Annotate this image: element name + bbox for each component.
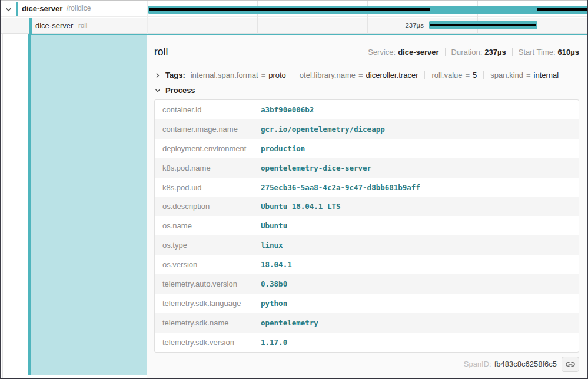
service-name-label: dice-server [22, 1, 62, 16]
process-value: 275ecb36-5aa8-4c2a-9c47-d8bb681b9aff [261, 183, 420, 192]
service-overview-label: Service: [368, 48, 396, 56]
process-row: os.version18.04.1 [155, 255, 579, 274]
tag-key: internal.span.format [191, 71, 258, 79]
tag-equals: = [261, 71, 266, 79]
span-detail-title: roll [154, 45, 168, 59]
critical-path-segment [149, 8, 430, 11]
process-key: deployment.environment [155, 144, 261, 153]
process-row: telemetry.sdk.languagepython [155, 294, 579, 313]
tag-equals: = [358, 71, 363, 79]
process-value: 0.38b0 [261, 280, 287, 288]
deep-link-button[interactable] [562, 357, 579, 372]
selected-span-highlight [31, 34, 147, 375]
span-detail-footer: SpanID: fb483c8c6258f6c5 [154, 357, 579, 372]
duration-overview-label: Duration: [451, 48, 483, 56]
span-row-roll-selected[interactable]: dice-server roll 237µs [1, 18, 587, 34]
process-row: telemetry.sdk.nameopentelemetry [155, 313, 579, 333]
tag-value: internal [534, 71, 559, 79]
process-key-value-table: container.ida3bf90e006b2container.image.… [154, 99, 579, 353]
process-key: telemetry.auto.version [155, 280, 261, 288]
process-value: Ubuntu 18.04.1 LTS [261, 202, 340, 211]
service-color-indicator [16, 2, 18, 16]
collapse-chevron-down-icon[interactable] [5, 5, 13, 14]
link-icon [566, 360, 575, 369]
span-detail-header: roll Service: dice-server Duration: 237µ… [147, 35, 587, 64]
service-overview-value: dice-server [398, 48, 438, 56]
critical-path-segment [537, 8, 587, 11]
tag-separator [293, 71, 293, 79]
process-row: telemetry.auto.version0.38b0 [155, 274, 579, 294]
process-key: os.description [155, 202, 261, 211]
tag-key: otel.library.name [300, 71, 356, 79]
process-key: k8s.pod.name [155, 164, 261, 172]
jaeger-trace-detail-window: dice-server /rolldice dice-server roll 2… [0, 0, 588, 379]
tag-value: diceroller.tracer [366, 71, 418, 79]
process-value: Ubuntu [261, 221, 287, 230]
process-value: production [261, 144, 305, 153]
tag-item: span.kind=internal [490, 71, 559, 79]
tag-list: internal.span.format=protootel.library.n… [191, 71, 559, 79]
process-key: container.id [155, 105, 261, 114]
process-row: k8s.pod.nameopentelemetry-dice-server [155, 158, 579, 178]
operation-name-label: /rolldice [67, 1, 91, 16]
process-key: container.image.name [155, 125, 261, 134]
operation-name-label: roll [78, 18, 87, 33]
process-value: 1.17.0 [261, 338, 287, 347]
process-key: os.type [155, 241, 261, 250]
process-value: linux [261, 241, 283, 250]
window-border-left [0, 0, 1, 379]
span-bar-roll[interactable] [429, 21, 537, 29]
tag-equals: = [466, 71, 470, 79]
process-row: deployment.environmentproduction [155, 139, 579, 158]
tag-item: otel.library.name=diceroller.tracer [300, 71, 418, 79]
span-detail-panel: roll Service: dice-server Duration: 237µ… [147, 34, 587, 378]
indent-guide [2, 34, 3, 378]
process-row: container.ida3bf90e006b2 [155, 100, 579, 119]
span-duration-label: 237µs [372, 18, 424, 34]
process-key: telemetry.sdk.version [155, 338, 261, 347]
tags-label: Tags: [165, 71, 185, 79]
span-overview: Service: dice-server Duration: 237µs Sta… [368, 48, 579, 56]
tag-item: roll.value=5 [431, 71, 477, 79]
process-row: telemetry.sdk.version1.17.0 [155, 333, 579, 352]
tag-key: span.kind [490, 71, 523, 79]
tag-separator [424, 71, 425, 79]
tags-accordion[interactable]: Tags: internal.span.format=protootel.lib… [147, 65, 587, 81]
process-value: opentelemetry [261, 318, 318, 327]
process-key: os.version [155, 260, 261, 269]
tag-item: internal.span.format=proto [191, 71, 286, 79]
tag-key: roll.value [431, 71, 462, 79]
start-time-overview-value: 610µs [558, 48, 579, 56]
process-row: container.image.namegcr.io/opentelemetry… [155, 119, 579, 139]
indent-guide [16, 34, 16, 378]
tag-value: proto [268, 71, 286, 79]
process-value: gcr.io/opentelemetry/diceapp [261, 125, 385, 134]
span-row-rolldice[interactable]: dice-server /rolldice [1, 1, 587, 17]
process-key: telemetry.sdk.language [155, 299, 261, 308]
overview-separator [512, 48, 513, 56]
name-column-divider [147, 1, 148, 34]
process-row: os.descriptionUbuntu 18.04.1 LTS [155, 197, 579, 216]
tag-equals: = [526, 71, 531, 79]
process-row: os.nameUbuntu [155, 216, 579, 235]
duration-overview-value: 237µs [484, 48, 506, 56]
process-key: telemetry.sdk.name [155, 318, 261, 327]
chevron-right-icon [154, 72, 161, 79]
process-key: k8s.pod.uid [155, 183, 261, 192]
tag-separator [483, 71, 484, 79]
process-accordion[interactable]: Process [147, 81, 587, 98]
process-value: 18.04.1 [261, 260, 292, 269]
chevron-down-icon [154, 87, 161, 94]
process-value: python [261, 299, 287, 308]
overview-separator [445, 48, 446, 56]
tag-value: 5 [473, 71, 477, 79]
service-color-indicator [29, 18, 32, 34]
critical-path-segment [430, 24, 536, 26]
process-value: opentelemetry-dice-server [261, 164, 371, 172]
process-row: k8s.pod.uid275ecb36-5aa8-4c2a-9c47-d8bb6… [155, 178, 579, 197]
span-tree-column [1, 34, 147, 378]
service-name-label: dice-server [35, 18, 73, 33]
process-key: os.name [155, 221, 261, 230]
process-label: Process [165, 86, 195, 95]
start-time-overview-label: Start Time: [519, 48, 556, 56]
